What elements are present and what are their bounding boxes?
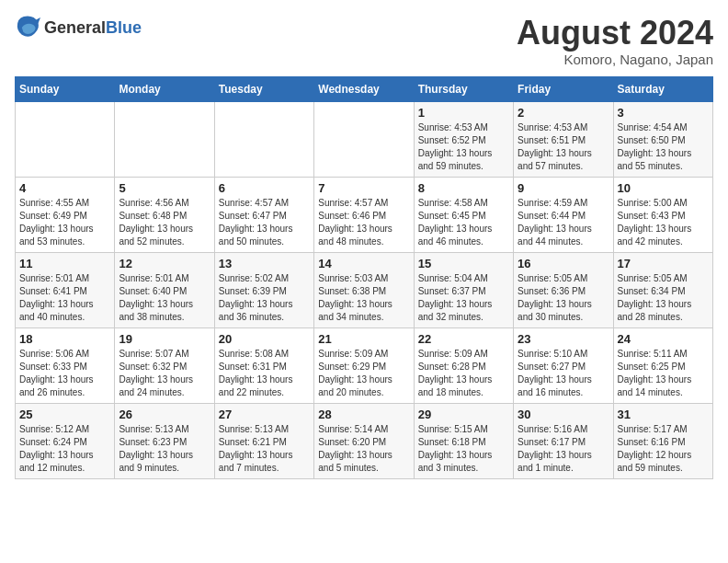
calendar-cell: 10Sunrise: 5:00 AM Sunset: 6:43 PM Dayli… bbox=[613, 177, 712, 252]
cell-day-number: 8 bbox=[418, 181, 509, 195]
cell-day-number: 24 bbox=[618, 332, 709, 346]
week-row-2: 4Sunrise: 4:55 AM Sunset: 6:49 PM Daylig… bbox=[16, 177, 713, 252]
week-row-4: 18Sunrise: 5:06 AM Sunset: 6:33 PM Dayli… bbox=[16, 327, 713, 403]
cell-day-number: 16 bbox=[518, 257, 609, 270]
cell-detail: Sunrise: 5:01 AM Sunset: 6:40 PM Dayligh… bbox=[119, 272, 210, 324]
cell-day-number: 14 bbox=[318, 257, 409, 270]
cell-detail: Sunrise: 5:11 AM Sunset: 6:25 PM Dayligh… bbox=[618, 348, 709, 399]
calendar-cell: 20Sunrise: 5:08 AM Sunset: 6:31 PM Dayli… bbox=[214, 327, 313, 403]
cell-day-number: 10 bbox=[618, 181, 709, 195]
calendar-cell: 23Sunrise: 5:10 AM Sunset: 6:27 PM Dayli… bbox=[514, 327, 613, 403]
page-header: GeneralBlue August 2024 Komoro, Nagano, … bbox=[15, 15, 713, 67]
cell-detail: Sunrise: 5:09 AM Sunset: 6:28 PM Dayligh… bbox=[418, 348, 509, 399]
cell-day-number: 26 bbox=[119, 408, 210, 421]
cell-day-number: 23 bbox=[518, 332, 609, 346]
cell-detail: Sunrise: 5:16 AM Sunset: 6:17 PM Dayligh… bbox=[518, 423, 609, 475]
cell-detail: Sunrise: 4:53 AM Sunset: 6:52 PM Dayligh… bbox=[418, 121, 509, 173]
cell-day-number: 27 bbox=[219, 408, 310, 421]
calendar-cell bbox=[115, 101, 214, 177]
cell-detail: Sunrise: 5:07 AM Sunset: 6:32 PM Dayligh… bbox=[119, 348, 210, 399]
cell-detail: Sunrise: 4:57 AM Sunset: 6:46 PM Dayligh… bbox=[318, 197, 409, 248]
calendar-cell: 22Sunrise: 5:09 AM Sunset: 6:28 PM Dayli… bbox=[414, 327, 513, 403]
cell-detail: Sunrise: 4:53 AM Sunset: 6:51 PM Dayligh… bbox=[518, 121, 609, 173]
calendar-cell: 14Sunrise: 5:03 AM Sunset: 6:38 PM Dayli… bbox=[314, 252, 414, 327]
cell-day-number: 31 bbox=[618, 408, 709, 421]
calendar-table: SundayMondayTuesdayWednesdayThursdayFrid… bbox=[15, 76, 713, 479]
logo-icon bbox=[15, 15, 40, 40]
cell-day-number: 7 bbox=[318, 181, 409, 195]
calendar-cell: 17Sunrise: 5:05 AM Sunset: 6:34 PM Dayli… bbox=[613, 252, 712, 327]
cell-detail: Sunrise: 5:13 AM Sunset: 6:21 PM Dayligh… bbox=[219, 423, 310, 475]
cell-day-number: 17 bbox=[618, 257, 709, 270]
calendar-cell: 15Sunrise: 5:04 AM Sunset: 6:37 PM Dayli… bbox=[414, 252, 513, 327]
calendar-cell: 3Sunrise: 4:54 AM Sunset: 6:50 PM Daylig… bbox=[613, 101, 712, 177]
calendar-cell: 1Sunrise: 4:53 AM Sunset: 6:52 PM Daylig… bbox=[414, 101, 513, 177]
week-row-5: 25Sunrise: 5:12 AM Sunset: 6:24 PM Dayli… bbox=[16, 403, 713, 478]
cell-detail: Sunrise: 4:55 AM Sunset: 6:49 PM Dayligh… bbox=[19, 197, 110, 248]
cell-day-number: 25 bbox=[19, 408, 110, 421]
cell-detail: Sunrise: 5:05 AM Sunset: 6:36 PM Dayligh… bbox=[518, 272, 609, 324]
cell-detail: Sunrise: 4:54 AM Sunset: 6:50 PM Dayligh… bbox=[618, 121, 709, 173]
cell-detail: Sunrise: 5:15 AM Sunset: 6:18 PM Dayligh… bbox=[418, 423, 509, 475]
logo-general-text: General bbox=[44, 18, 106, 37]
calendar-cell: 12Sunrise: 5:01 AM Sunset: 6:40 PM Dayli… bbox=[115, 252, 214, 327]
calendar-cell: 11Sunrise: 5:01 AM Sunset: 6:41 PM Dayli… bbox=[16, 252, 115, 327]
cell-day-number: 28 bbox=[318, 408, 409, 421]
logo-blue-text: Blue bbox=[106, 18, 142, 37]
cell-detail: Sunrise: 5:09 AM Sunset: 6:29 PM Dayligh… bbox=[318, 348, 409, 399]
cell-day-number: 21 bbox=[318, 332, 409, 346]
calendar-cell: 6Sunrise: 4:57 AM Sunset: 6:47 PM Daylig… bbox=[214, 177, 313, 252]
day-header-saturday: Saturday bbox=[613, 76, 712, 101]
week-row-1: 1Sunrise: 4:53 AM Sunset: 6:52 PM Daylig… bbox=[16, 101, 713, 177]
calendar-cell: 19Sunrise: 5:07 AM Sunset: 6:32 PM Dayli… bbox=[115, 327, 214, 403]
calendar-cell bbox=[16, 101, 115, 177]
cell-day-number: 11 bbox=[19, 257, 110, 270]
calendar-cell: 25Sunrise: 5:12 AM Sunset: 6:24 PM Dayli… bbox=[16, 403, 115, 478]
cell-day-number: 13 bbox=[219, 257, 310, 270]
week-row-3: 11Sunrise: 5:01 AM Sunset: 6:41 PM Dayli… bbox=[16, 252, 713, 327]
logo: GeneralBlue bbox=[15, 15, 142, 40]
calendar-cell: 24Sunrise: 5:11 AM Sunset: 6:25 PM Dayli… bbox=[613, 327, 712, 403]
cell-day-number: 15 bbox=[418, 257, 509, 270]
title-block: August 2024 Komoro, Nagano, Japan bbox=[517, 15, 713, 67]
cell-day-number: 22 bbox=[418, 332, 509, 346]
cell-detail: Sunrise: 4:58 AM Sunset: 6:45 PM Dayligh… bbox=[418, 197, 509, 248]
day-header-sunday: Sunday bbox=[16, 76, 115, 101]
calendar-cell: 31Sunrise: 5:17 AM Sunset: 6:16 PM Dayli… bbox=[613, 403, 712, 478]
cell-day-number: 5 bbox=[119, 181, 210, 195]
calendar-cell: 5Sunrise: 4:56 AM Sunset: 6:48 PM Daylig… bbox=[115, 177, 214, 252]
calendar-cell: 16Sunrise: 5:05 AM Sunset: 6:36 PM Dayli… bbox=[514, 252, 613, 327]
calendar-cell: 9Sunrise: 4:59 AM Sunset: 6:44 PM Daylig… bbox=[514, 177, 613, 252]
cell-day-number: 29 bbox=[418, 408, 509, 421]
calendar-header-row: SundayMondayTuesdayWednesdayThursdayFrid… bbox=[16, 76, 713, 101]
day-header-thursday: Thursday bbox=[414, 76, 513, 101]
location-subtitle: Komoro, Nagano, Japan bbox=[517, 52, 713, 67]
cell-detail: Sunrise: 5:03 AM Sunset: 6:38 PM Dayligh… bbox=[318, 272, 409, 324]
cell-detail: Sunrise: 5:10 AM Sunset: 6:27 PM Dayligh… bbox=[518, 348, 609, 399]
cell-day-number: 4 bbox=[19, 181, 110, 195]
cell-day-number: 20 bbox=[219, 332, 310, 346]
day-header-wednesday: Wednesday bbox=[314, 76, 414, 101]
cell-detail: Sunrise: 5:14 AM Sunset: 6:20 PM Dayligh… bbox=[318, 423, 409, 475]
cell-detail: Sunrise: 5:17 AM Sunset: 6:16 PM Dayligh… bbox=[618, 423, 709, 475]
day-header-friday: Friday bbox=[514, 76, 613, 101]
cell-detail: Sunrise: 5:01 AM Sunset: 6:41 PM Dayligh… bbox=[19, 272, 110, 324]
calendar-cell: 26Sunrise: 5:13 AM Sunset: 6:23 PM Dayli… bbox=[115, 403, 214, 478]
calendar-cell: 21Sunrise: 5:09 AM Sunset: 6:29 PM Dayli… bbox=[314, 327, 414, 403]
cell-detail: Sunrise: 4:56 AM Sunset: 6:48 PM Dayligh… bbox=[119, 197, 210, 248]
cell-detail: Sunrise: 4:59 AM Sunset: 6:44 PM Dayligh… bbox=[518, 197, 609, 248]
calendar-cell: 29Sunrise: 5:15 AM Sunset: 6:18 PM Dayli… bbox=[414, 403, 513, 478]
calendar-cell: 7Sunrise: 4:57 AM Sunset: 6:46 PM Daylig… bbox=[314, 177, 414, 252]
cell-detail: Sunrise: 5:06 AM Sunset: 6:33 PM Dayligh… bbox=[19, 348, 110, 399]
cell-detail: Sunrise: 5:08 AM Sunset: 6:31 PM Dayligh… bbox=[219, 348, 310, 399]
calendar-cell bbox=[314, 101, 414, 177]
cell-detail: Sunrise: 5:05 AM Sunset: 6:34 PM Dayligh… bbox=[618, 272, 709, 324]
cell-detail: Sunrise: 5:12 AM Sunset: 6:24 PM Dayligh… bbox=[19, 423, 110, 475]
cell-day-number: 19 bbox=[119, 332, 210, 346]
cell-day-number: 1 bbox=[418, 106, 509, 120]
cell-detail: Sunrise: 4:57 AM Sunset: 6:47 PM Dayligh… bbox=[219, 197, 310, 248]
calendar-cell: 13Sunrise: 5:02 AM Sunset: 6:39 PM Dayli… bbox=[214, 252, 313, 327]
cell-detail: Sunrise: 5:02 AM Sunset: 6:39 PM Dayligh… bbox=[219, 272, 310, 324]
calendar-cell: 2Sunrise: 4:53 AM Sunset: 6:51 PM Daylig… bbox=[514, 101, 613, 177]
cell-detail: Sunrise: 5:13 AM Sunset: 6:23 PM Dayligh… bbox=[119, 423, 210, 475]
